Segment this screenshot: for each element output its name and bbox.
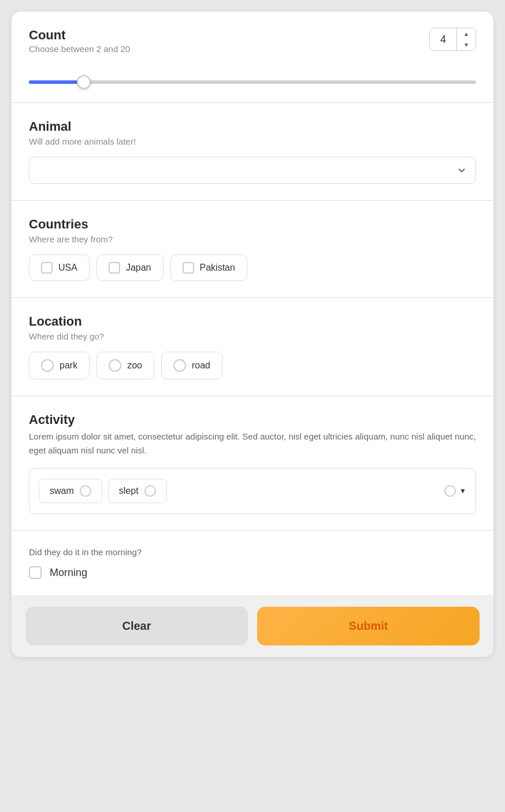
radio-zoo [109,359,121,372]
label-swam: swam [50,486,74,496]
footer: Clear Submit [12,595,493,657]
radio-more [444,485,456,497]
count-arrows: ▲ ▼ [457,28,476,50]
location-radio-group: park zoo road [29,352,476,379]
radio-slept [144,485,156,497]
location-option-park[interactable]: park [29,352,90,379]
label-morning: Morning [50,567,87,579]
activity-description: Lorem ipsum dolor sit amet, consectetur … [29,430,476,457]
location-title: Location [29,314,476,329]
activity-more-arrow: ▼ [459,487,466,495]
countries-option-japan[interactable]: Japan [96,254,164,281]
countries-option-pakistan[interactable]: Pakistan [170,254,247,281]
morning-section: Did they do it in the morning? Morning [12,531,493,595]
animal-subtitle: Will add more animals later! [29,136,476,146]
count-value: 4 [430,28,457,50]
animal-select[interactable]: Cat Dog Bird Fish [29,157,476,184]
location-subtitle: Where did they go? [29,331,476,341]
label-park: park [60,360,77,371]
activity-more-button[interactable]: ▼ [444,485,466,497]
label-japan: Japan [126,263,151,273]
location-section: Location Where did they go? park zoo roa… [12,298,493,396]
label-zoo: zoo [127,360,142,371]
activity-title: Activity [29,412,476,427]
location-option-zoo[interactable]: zoo [96,352,154,379]
count-section: Count Choose between 2 and 20 4 ▲ ▼ [12,12,493,103]
count-spinner[interactable]: 4 ▲ ▼ [429,28,476,51]
label-road: road [192,360,210,371]
animal-section: Animal Will add more animals later! Cat … [12,103,493,201]
count-subtitle: Choose between 2 and 20 [29,44,130,54]
label-slept: slept [119,486,139,496]
checkbox-morning [29,566,42,579]
count-slider[interactable] [29,80,476,84]
radio-park [41,359,54,372]
count-up-button[interactable]: ▲ [457,28,476,39]
radio-swam [80,485,91,497]
countries-subtitle: Where are they from? [29,234,476,244]
countries-option-usa[interactable]: USA [29,254,90,281]
location-option-road[interactable]: road [161,352,222,379]
checkbox-japan [109,262,120,274]
radio-road [173,359,186,372]
checkbox-pakistan [183,262,194,274]
checkbox-usa [41,262,53,274]
morning-question: Did they do it in the morning? [29,547,476,557]
animal-title: Animal [29,119,476,134]
slider-container [29,76,476,86]
label-usa: USA [58,263,77,273]
activity-section: Activity Lorem ipsum dolor sit amet, con… [12,396,493,531]
activity-option-swam[interactable]: swam [39,479,102,503]
morning-option[interactable]: Morning [29,566,476,579]
clear-button[interactable]: Clear [25,607,248,645]
submit-button[interactable]: Submit [257,607,480,645]
count-title: Count [29,28,130,43]
form-container: Count Choose between 2 and 20 4 ▲ ▼ Anim… [12,12,493,657]
countries-section: Countries Where are they from? USA Japan… [12,201,493,298]
count-info: Count Choose between 2 and 20 [29,28,130,64]
activity-options-container: swam slept ▼ [29,468,476,514]
countries-checkbox-group: USA Japan Pakistan [29,254,476,281]
countries-title: Countries [29,217,476,232]
activity-option-slept[interactable]: slept [108,479,167,503]
label-pakistan: Pakistan [200,263,235,273]
count-down-button[interactable]: ▼ [457,39,476,50]
